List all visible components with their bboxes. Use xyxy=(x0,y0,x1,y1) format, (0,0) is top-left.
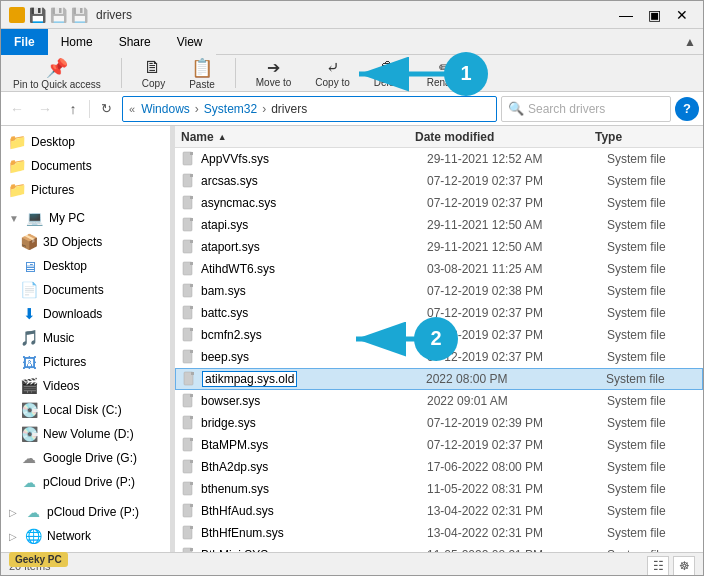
minimize-button[interactable]: — xyxy=(613,2,639,28)
file-name: AppVVfs.sys xyxy=(201,152,269,166)
col-name-header[interactable]: Name ▲ xyxy=(175,130,411,144)
sidebar-item-local-c[interactable]: 💽 Local Disk (C:) xyxy=(1,398,170,422)
file-row[interactable]: atapi.sys 29-11-2021 12:50 AM System fil… xyxy=(175,214,703,236)
file-type: System file xyxy=(603,284,703,298)
tab-file[interactable]: File xyxy=(1,29,48,55)
file-type: System file xyxy=(603,482,703,496)
file-icon xyxy=(181,459,197,475)
copy-button[interactable]: 🗎 Copy xyxy=(138,55,169,91)
tab-view[interactable]: View xyxy=(164,29,216,55)
file-icon xyxy=(181,239,197,255)
sidebar-label: pCloud Drive (P:) xyxy=(43,475,135,489)
file-row[interactable]: battc.sys 07-12-2019 02:37 PM System fil… xyxy=(175,302,703,324)
sidebar-item-pictures-qa[interactable]: 📁 Pictures xyxy=(1,178,170,202)
videos-icon: 🎬 xyxy=(21,378,37,394)
col-date-header[interactable]: Date modified xyxy=(411,130,591,144)
sidebar-item-pictures[interactable]: 🖼 Pictures xyxy=(1,350,170,374)
refresh-button[interactable]: ↻ xyxy=(94,97,118,121)
copy-to-button[interactable]: ⤶ Copy to xyxy=(311,56,353,90)
sidebar-item-downloads[interactable]: ⬇ Downloads xyxy=(1,302,170,326)
file-icon xyxy=(181,349,197,365)
file-row[interactable]: BthHfAud.sys 13-04-2022 02:31 PM System … xyxy=(175,500,703,522)
tab-home[interactable]: Home xyxy=(48,29,106,55)
help-button[interactable]: ? xyxy=(675,97,699,121)
file-type: System file xyxy=(603,196,703,210)
sidebar-item-network[interactable]: ▷ 🌐 Network xyxy=(1,524,170,548)
file-name: battc.sys xyxy=(201,306,248,320)
titlebar-tool2[interactable]: 💾 xyxy=(50,7,67,23)
pcloud-icon: ☁ xyxy=(21,474,37,490)
sidebar-item-documents[interactable]: 📄 Documents xyxy=(1,278,170,302)
delete-button[interactable]: 🗑 Delete xyxy=(370,57,407,90)
sidebar-item-mypc[interactable]: ▼ 💻 My PC xyxy=(1,206,170,230)
file-row[interactable]: beep.sys 07-12-2019 02:37 PM System file xyxy=(175,346,703,368)
close-button[interactable]: ✕ xyxy=(669,2,695,28)
file-type: System file xyxy=(603,306,703,320)
file-row[interactable]: BthMini.SYS 11-05-2022 08:31 PM System f… xyxy=(175,544,703,552)
sidebar-item-desktop[interactable]: 🖥 Desktop xyxy=(1,254,170,278)
sidebar-label: Google Drive (G:) xyxy=(43,451,137,465)
file-row[interactable]: bcmfn2.sys 07-12-2019 02:37 PM System fi… xyxy=(175,324,703,346)
view-details-button[interactable]: ☷ xyxy=(647,556,669,576)
move-to-button[interactable]: ➔ Move to xyxy=(252,56,296,90)
address-sep-1: › xyxy=(195,102,199,116)
search-box[interactable]: 🔍 Search drivers xyxy=(501,96,671,122)
sidebar-item-pcloud2[interactable]: ▷ ☁ pCloud Drive (P:) xyxy=(1,500,170,524)
address-crumb-windows[interactable]: Windows xyxy=(141,102,190,116)
sidebar-label: New Volume (D:) xyxy=(43,427,134,441)
file-row[interactable]: bridge.sys 07-12-2019 02:39 PM System fi… xyxy=(175,412,703,434)
file-row[interactable]: AtihdWT6.sys 03-08-2021 11:25 AM System … xyxy=(175,258,703,280)
file-type: System file xyxy=(603,438,703,452)
sidebar-item-new-volume-d[interactable]: 💽 New Volume (D:) xyxy=(1,422,170,446)
view-large-button[interactable]: ☸ xyxy=(673,556,695,576)
file-name: BthHfAud.sys xyxy=(201,504,274,518)
address-bar[interactable]: « Windows › System32 › drivers xyxy=(122,96,497,122)
titlebar-tool1[interactable]: 💾 xyxy=(29,7,46,23)
sidebar-label: Videos xyxy=(43,379,79,393)
file-row[interactable]: BthHfEnum.sys 13-04-2022 02:31 PM System… xyxy=(175,522,703,544)
ribbon-collapse[interactable]: ▲ xyxy=(677,29,703,55)
pcloud2-icon: ☁ xyxy=(25,504,41,520)
tab-share[interactable]: Share xyxy=(106,29,164,55)
file-date: 07-12-2019 02:37 PM xyxy=(423,306,603,320)
expand-icon2: ▷ xyxy=(9,507,17,518)
maximize-button[interactable]: ▣ xyxy=(641,2,667,28)
expand-icon3: ▷ xyxy=(9,531,17,542)
sidebar-item-videos[interactable]: 🎬 Videos xyxy=(1,374,170,398)
file-row[interactable]: bthenum.sys 11-05-2022 08:31 PM System f… xyxy=(175,478,703,500)
file-date: 2022 08:00 PM xyxy=(422,372,602,386)
file-row[interactable]: ataport.sys 29-11-2021 12:50 AM System f… xyxy=(175,236,703,258)
sidebar-item-desktop-qa[interactable]: 📁 Desktop xyxy=(1,130,170,154)
documents-icon: 📄 xyxy=(21,282,37,298)
pin-quick-access[interactable]: 📌 Pin to Quick access xyxy=(9,55,105,92)
file-icon xyxy=(181,173,197,189)
file-row[interactable]: bowser.sys 2022 09:01 AM System file xyxy=(175,390,703,412)
file-row[interactable]: asyncmac.sys 07-12-2019 02:37 PM System … xyxy=(175,192,703,214)
paste-button[interactable]: 📋 Paste xyxy=(185,55,219,92)
sidebar-item-documents-qa[interactable]: 📁 Documents xyxy=(1,154,170,178)
address-crumb-system32[interactable]: System32 xyxy=(204,102,257,116)
sidebar-item-3dobjects[interactable]: 📦 3D Objects xyxy=(1,230,170,254)
sidebar-item-pcloud-p[interactable]: ☁ pCloud Drive (P:) xyxy=(1,470,170,494)
file-row[interactable]: BtaMPM.sys 07-12-2019 02:37 PM System fi… xyxy=(175,434,703,456)
sidebar-item-music[interactable]: 🎵 Music xyxy=(1,326,170,350)
file-row[interactable]: arcsas.sys 07-12-2019 02:37 PM System fi… xyxy=(175,170,703,192)
file-row[interactable]: bam.sys 07-12-2019 02:38 PM System file xyxy=(175,280,703,302)
address-prefix: « xyxy=(129,103,135,115)
file-type: System file xyxy=(603,262,703,276)
file-row[interactable]: BthA2dp.sys 17-06-2022 08:00 PM System f… xyxy=(175,456,703,478)
col-type-header[interactable]: Type xyxy=(591,130,691,144)
file-row[interactable]: AppVVfs.sys 29-11-2021 12:52 AM System f… xyxy=(175,148,703,170)
back-button[interactable]: ← xyxy=(5,97,29,121)
file-type: System file xyxy=(603,504,703,518)
file-date: 29-11-2021 12:50 AM xyxy=(423,240,603,254)
file-type: System file xyxy=(603,240,703,254)
file-list: AppVVfs.sys 29-11-2021 12:52 AM System f… xyxy=(175,148,703,552)
titlebar-tool3[interactable]: 💾 xyxy=(71,7,88,23)
forward-button[interactable]: → xyxy=(33,97,57,121)
sidebar-label: Network xyxy=(47,529,91,543)
rename-button[interactable]: ✏ Rename xyxy=(423,56,469,90)
sidebar-item-google-drive-g[interactable]: ☁ Google Drive (G:) xyxy=(1,446,170,470)
file-row[interactable]: atikmpag.sys.old 2022 08:00 PM System fi… xyxy=(175,368,703,390)
up-button[interactable]: ↑ xyxy=(61,97,85,121)
